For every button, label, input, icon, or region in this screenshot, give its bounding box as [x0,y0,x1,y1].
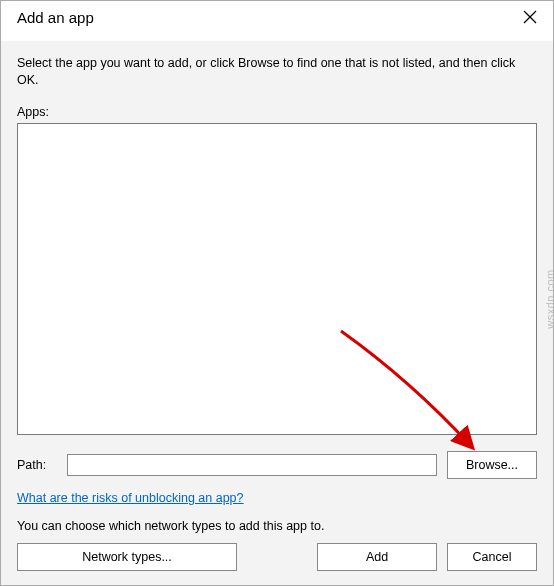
browse-button[interactable]: Browse... [447,451,537,479]
cancel-button[interactable]: Cancel [447,543,537,571]
add-app-dialog: Add an app Select the app you want to ad… [0,0,554,586]
apps-label: Apps: [17,105,537,119]
bottom-button-row: Network types... Add Cancel [17,543,537,571]
network-types-text: You can choose which network types to ad… [17,519,537,533]
close-button[interactable] [507,1,553,33]
dialog-content: Select the app you want to add, or click… [1,41,553,585]
add-button[interactable]: Add [317,543,437,571]
apps-listbox[interactable] [17,123,537,435]
titlebar: Add an app [1,1,553,41]
path-row: Path: Browse... [17,451,537,479]
dialog-title: Add an app [1,1,94,26]
network-types-button[interactable]: Network types... [17,543,237,571]
risks-link[interactable]: What are the risks of unblocking an app? [17,491,537,505]
close-icon [523,10,537,24]
path-input[interactable] [67,454,437,476]
path-label: Path: [17,458,57,472]
instruction-text: Select the app you want to add, or click… [17,55,537,89]
